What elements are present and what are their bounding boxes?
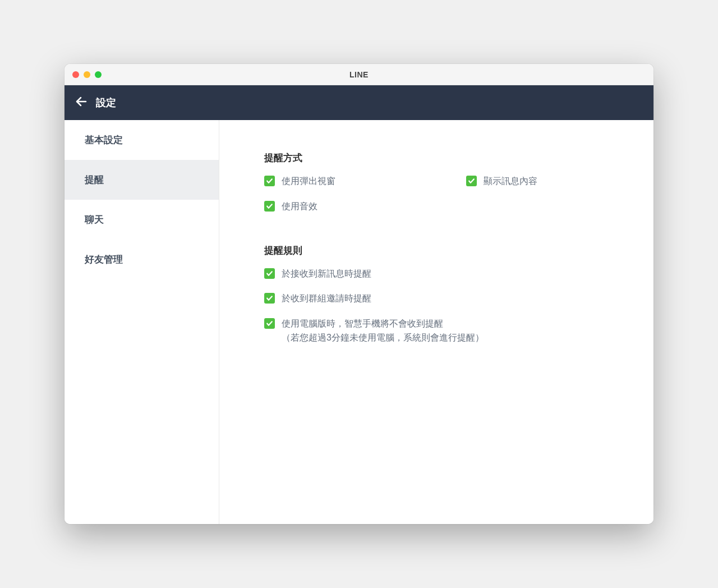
checkbox-icon bbox=[264, 293, 275, 304]
checkbox-label: 顯示訊息內容 bbox=[484, 174, 537, 189]
header-bar: 設定 bbox=[65, 85, 653, 120]
checkbox-notify-group-invite[interactable]: 於收到群組邀請時提醒 bbox=[264, 292, 609, 306]
window-title: LINE bbox=[72, 70, 646, 79]
checkbox-label: 使用電腦版時，智慧手機將不會收到提醒 （若您超過3分鐘未使用電腦，系統則會進行提… bbox=[282, 317, 484, 345]
section-notification-method: 提醒方式 使用彈出視窗 顯示訊息內容 bbox=[264, 151, 609, 214]
sidebar-item-chat[interactable]: 聊天 bbox=[65, 200, 219, 240]
maximize-button[interactable] bbox=[95, 71, 102, 78]
sidebar-item-notifications[interactable]: 提醒 bbox=[65, 160, 219, 200]
section-notification-rules: 提醒規則 於接收到新訊息時提醒 於收到群組邀請時提醒 bbox=[264, 244, 609, 345]
section-title: 提醒規則 bbox=[264, 244, 609, 257]
sidebar-item-label: 聊天 bbox=[85, 214, 104, 225]
main-panel: 提醒方式 使用彈出視窗 顯示訊息內容 bbox=[219, 120, 653, 524]
checkbox-notify-new-message[interactable]: 於接收到新訊息時提醒 bbox=[264, 267, 609, 281]
checkbox-show-message-content[interactable]: 顯示訊息內容 bbox=[466, 174, 590, 189]
app-window: LINE 設定 基本設定 提醒 聊天 好友管理 bbox=[65, 64, 653, 524]
checkbox-grid: 使用彈出視窗 顯示訊息內容 使用音效 bbox=[264, 174, 609, 214]
page-title: 設定 bbox=[96, 96, 116, 109]
sidebar-item-label: 提醒 bbox=[85, 174, 104, 185]
sidebar-item-friends[interactable]: 好友管理 bbox=[65, 240, 219, 279]
checkbox-icon bbox=[264, 268, 275, 279]
content-area: 基本設定 提醒 聊天 好友管理 提醒方式 bbox=[65, 120, 653, 524]
checkbox-use-sound[interactable]: 使用音效 bbox=[264, 200, 609, 214]
back-button[interactable] bbox=[75, 95, 88, 111]
sidebar-item-basic-settings[interactable]: 基本設定 bbox=[65, 120, 219, 160]
sidebar-item-label: 好友管理 bbox=[85, 254, 123, 265]
sidebar-item-label: 基本設定 bbox=[85, 135, 123, 145]
checkbox-sublabel: （若您超過3分鐘未使用電腦，系統則會進行提醒） bbox=[282, 331, 484, 345]
checkbox-label: 使用音效 bbox=[282, 200, 317, 214]
sidebar: 基本設定 提醒 聊天 好友管理 bbox=[65, 120, 219, 524]
checkbox-icon bbox=[264, 201, 275, 212]
checkbox-icon bbox=[264, 318, 275, 329]
section-title: 提醒方式 bbox=[264, 151, 609, 164]
titlebar: LINE bbox=[65, 64, 653, 85]
checkbox-label: 於收到群組邀請時提醒 bbox=[282, 292, 371, 306]
checkbox-icon bbox=[264, 176, 275, 186]
traffic-lights bbox=[72, 71, 102, 78]
minimize-button[interactable] bbox=[84, 71, 90, 78]
checkbox-popup-window[interactable]: 使用彈出視窗 bbox=[264, 174, 388, 189]
checkbox-label-line1: 使用電腦版時，智慧手機將不會收到提醒 bbox=[282, 319, 443, 328]
close-button[interactable] bbox=[72, 71, 79, 78]
checkbox-mute-mobile-when-desktop[interactable]: 使用電腦版時，智慧手機將不會收到提醒 （若您超過3分鐘未使用電腦，系統則會進行提… bbox=[264, 317, 609, 345]
checkbox-list: 於接收到新訊息時提醒 於收到群組邀請時提醒 bbox=[264, 267, 609, 345]
arrow-left-icon bbox=[75, 95, 88, 111]
checkbox-label: 於接收到新訊息時提醒 bbox=[282, 267, 371, 281]
checkbox-label: 使用彈出視窗 bbox=[282, 174, 335, 189]
checkbox-icon bbox=[466, 176, 477, 186]
